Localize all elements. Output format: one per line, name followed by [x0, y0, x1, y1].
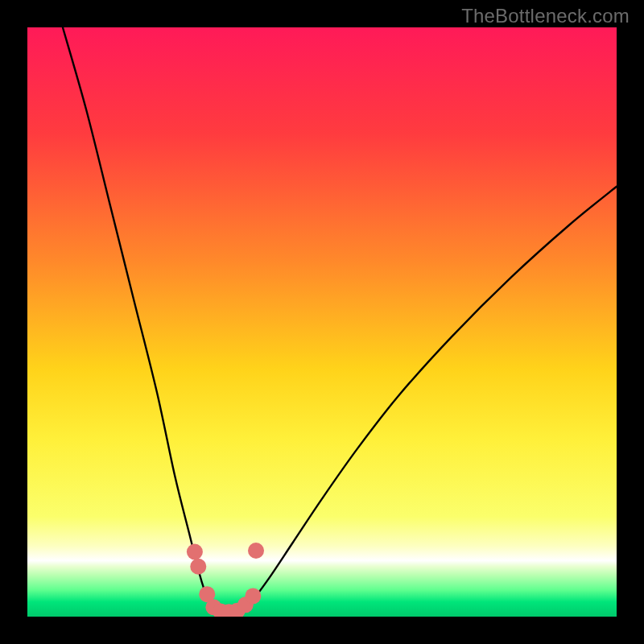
marker-dot — [245, 588, 261, 604]
bottleneck-curve-chart — [27, 27, 617, 617]
watermark-text: TheBottleneck.com — [461, 5, 630, 27]
chart-frame: TheBottleneck.com — [0, 0, 644, 644]
marker-dot — [190, 559, 206, 575]
plot-area — [27, 27, 617, 617]
marker-dot — [187, 543, 203, 559]
gradient-background — [27, 27, 617, 617]
marker-dot — [248, 543, 264, 559]
